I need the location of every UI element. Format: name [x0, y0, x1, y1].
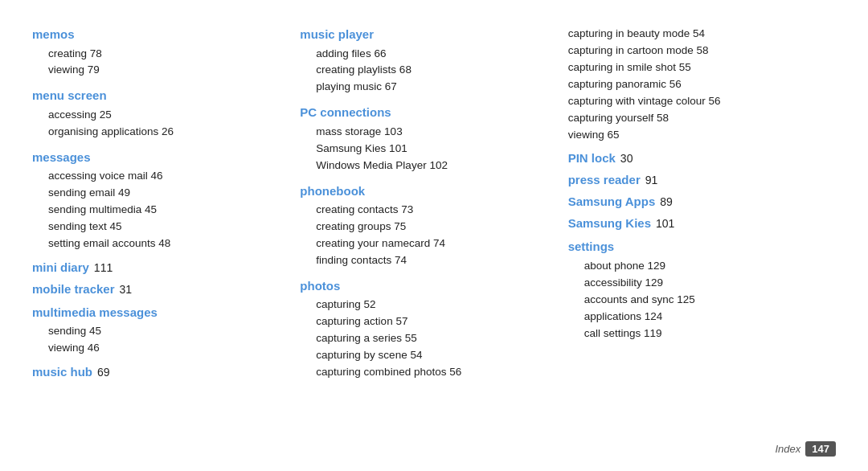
index-section: phonebookcreating contacts 73creating gr…: [300, 182, 567, 269]
section-inline-title: Samsung Apps: [568, 195, 656, 208]
section-inline-title: press reader: [568, 173, 641, 186]
section-inline-page: 69: [97, 366, 110, 379]
section-title: messages: [32, 149, 300, 167]
list-item: accessing 25: [32, 107, 300, 124]
section-inline-title: mobile tracker: [32, 282, 115, 296]
list-item: playing music 67: [300, 79, 567, 96]
list-item: viewing 65: [568, 127, 836, 144]
footer-page: 147: [805, 441, 836, 457]
list-item: accessing voice mail 46: [32, 168, 300, 185]
list-item: creating contacts 73: [300, 202, 567, 219]
index-section: music hub69: [32, 365, 300, 379]
index-section: press reader91: [568, 173, 836, 186]
list-item: creating playlists 68: [300, 62, 567, 79]
section-inline-title: PIN lock: [568, 151, 616, 165]
list-item: accounts and sync 125: [568, 292, 836, 309]
section-inline-page: 111: [94, 261, 113, 274]
list-item: sending text 45: [32, 219, 300, 236]
section-inline-page: 89: [660, 195, 673, 208]
index-section: menu screenaccessing 25organising applic…: [32, 87, 300, 140]
inline-entry: music hub69: [32, 365, 300, 379]
index-section: messagesaccessing voice mail 46sending e…: [32, 149, 300, 252]
list-item: adding files 66: [300, 46, 567, 63]
page-container: memoscreating 78viewing 79menu screenacc…: [0, 0, 868, 471]
list-item: capturing 52: [300, 297, 567, 313]
list-item: capturing by scene 54: [300, 347, 567, 364]
list-item: Windows Media Player 102: [300, 158, 567, 174]
list-item: creating 78: [32, 46, 300, 63]
list-item: capturing in smile shot 55: [568, 59, 836, 76]
list-item: creating groups 75: [300, 219, 567, 236]
list-item: capturing in cartoon mode 58: [568, 43, 836, 59]
index-section: PC connectionsmass storage 103Samsung Ki…: [300, 104, 567, 174]
list-item: capturing panoramic 56: [568, 76, 836, 93]
list-item: sending multimedia 45: [32, 202, 300, 219]
section-title: multimedia messages: [32, 304, 300, 322]
list-item: sending email 49: [32, 185, 300, 202]
section-title: menu screen: [32, 87, 300, 105]
footer-label: Index: [775, 443, 800, 455]
index-section: photoscapturing 52capturing action 57cap…: [300, 277, 567, 381]
footer: Index 147: [775, 441, 836, 457]
index-section: memoscreating 78viewing 79: [32, 26, 300, 79]
index-section: PIN lock30: [568, 151, 836, 165]
list-item: capturing in beauty mode 54: [568, 26, 836, 43]
section-inline-page: 31: [120, 283, 133, 296]
list-item: finding contacts 74: [300, 252, 567, 269]
list-item: organising applications 26: [32, 124, 300, 141]
list-item: applications 124: [568, 309, 836, 326]
index-section: mobile tracker31: [32, 282, 300, 296]
index-section: mini diary111: [32, 260, 300, 274]
section-inline-title: music hub: [32, 365, 92, 379]
list-item: sending 45: [32, 323, 300, 340]
index-section: Samsung Apps89: [568, 195, 836, 208]
list-item: capturing action 57: [300, 313, 567, 330]
index-section: Samsung Kies101: [568, 216, 836, 230]
section-inline-page: 91: [645, 174, 658, 186]
list-item: viewing 46: [32, 340, 300, 357]
list-item: about phone 129: [568, 258, 836, 275]
section-inline-page: 30: [620, 152, 633, 165]
index-section: settingsabout phone 129accessibility 129…: [568, 238, 836, 342]
list-item: capturing a series 55: [300, 330, 567, 347]
column-2: music playeradding files 66creating play…: [300, 26, 567, 447]
inline-entry: mini diary111: [32, 260, 300, 274]
index-section: music playeradding files 66creating play…: [300, 26, 567, 96]
index-section: multimedia messagessending 45viewing 46: [32, 304, 300, 357]
section-title: PC connections: [300, 104, 567, 122]
index-section: capturing in beauty mode 54capturing in …: [568, 26, 836, 143]
list-item: mass storage 103: [300, 124, 567, 141]
section-inline-page: 101: [656, 217, 674, 230]
section-title: photos: [300, 277, 567, 296]
inline-entry: PIN lock30: [568, 151, 836, 165]
section-inline-title: mini diary: [32, 260, 89, 274]
list-item: viewing 79: [32, 62, 300, 79]
list-item: capturing yourself 58: [568, 110, 836, 127]
list-item: setting email accounts 48: [32, 236, 300, 252]
inline-entry: Samsung Kies101: [568, 216, 836, 230]
list-item: call settings 119: [568, 326, 836, 342]
column-3: capturing in beauty mode 54capturing in …: [568, 26, 836, 447]
section-title: memos: [32, 26, 300, 44]
list-item: Samsung Kies 101: [300, 141, 567, 158]
list-item: capturing combined photos 56: [300, 364, 567, 381]
inline-entry: mobile tracker31: [32, 282, 300, 296]
section-title: music player: [300, 26, 567, 44]
inline-entry: press reader91: [568, 173, 836, 186]
section-inline-title: Samsung Kies: [568, 216, 651, 230]
list-item: capturing with vintage colour 56: [568, 93, 836, 110]
column-1: memoscreating 78viewing 79menu screenacc…: [32, 26, 300, 447]
list-item: creating your namecard 74: [300, 236, 567, 252]
inline-entry: Samsung Apps89: [568, 195, 836, 208]
section-title: phonebook: [300, 182, 567, 201]
section-title: settings: [568, 238, 836, 256]
list-item: accessibility 129: [568, 275, 836, 292]
